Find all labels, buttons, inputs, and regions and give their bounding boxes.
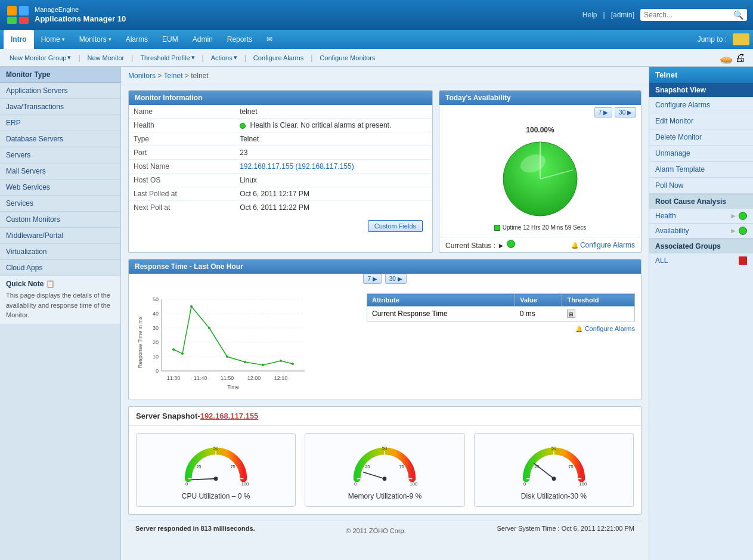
sidebar-item-servers[interactable]: Servers xyxy=(0,147,120,163)
nav-email[interactable]: ✉ xyxy=(259,30,280,49)
print-icon[interactable]: 🖨 xyxy=(735,52,747,64)
app-logo-top: ManageEngine xyxy=(35,5,126,14)
admin-menu[interactable]: [admin] xyxy=(611,11,634,19)
current-status-green-dot[interactable] xyxy=(507,240,515,248)
snapshot-server-link[interactable]: 192.168.117.155 xyxy=(200,412,259,420)
svg-text:25: 25 xyxy=(365,464,370,469)
sidebar-item-custom-monitors[interactable]: Custom Monitors xyxy=(0,212,120,228)
svg-point-34 xyxy=(262,364,264,366)
sidebar-item-middleware-portal[interactable]: Middleware/Portal xyxy=(0,228,120,244)
svg-point-28 xyxy=(172,348,175,351)
rca-health-arrow: ► xyxy=(730,212,737,220)
svg-text:20: 20 xyxy=(153,339,159,345)
svg-point-66 xyxy=(551,477,556,481)
configure-monitors-btn[interactable]: Configure Monitors xyxy=(316,53,379,63)
info-value-nextpoll: Oct 6, 2011 12:22 PM xyxy=(235,201,432,215)
threshold-profile-btn[interactable]: Threshold Profile ▾ xyxy=(137,52,198,63)
svg-text:12:00: 12:00 xyxy=(247,375,261,381)
new-monitor-group-btn[interactable]: New Monitor Group ▾ xyxy=(6,52,75,63)
svg-line-55 xyxy=(364,472,385,479)
right-panel-snapshot-view[interactable]: Snapshot View xyxy=(649,83,753,97)
content-inner: Monitor Information Name telnet Health H… xyxy=(121,85,649,545)
nav-monitors[interactable]: Monitors ▾ xyxy=(72,30,119,49)
avail-btn-30[interactable]: 30 ▶ xyxy=(615,107,636,117)
search-input[interactable] xyxy=(644,11,733,19)
info-value-hostos: Linux xyxy=(235,174,432,187)
configure-alarms-avail-link[interactable]: Configure Alarms xyxy=(580,241,635,249)
rca-availability-arrow: ► xyxy=(730,227,737,235)
sidebar-item-web-services[interactable]: Web Services xyxy=(0,180,120,196)
right-panel-alarm-template[interactable]: Alarm Template xyxy=(649,162,753,178)
app-logo-product: Applications Manager 10 xyxy=(35,14,126,24)
info-label-port: Port xyxy=(129,146,235,160)
info-value-name: telnet xyxy=(235,105,432,119)
configure-alarms-response: 🔔 Configure Alarms xyxy=(367,325,635,332)
nav-eum[interactable]: EUM xyxy=(155,30,185,49)
footer-system-time: Server System Time : Oct 6, 2011 12:21:0… xyxy=(497,525,634,537)
sidebar-item-database-servers[interactable]: Database Servers xyxy=(0,131,120,147)
pie-chart-icon[interactable]: 🥧 xyxy=(720,52,732,64)
disk-gauge-label: Disk Utilization-30 % xyxy=(521,492,587,500)
configure-alarms-response-link[interactable]: Configure Alarms xyxy=(585,325,635,332)
svg-text:10: 10 xyxy=(153,354,159,360)
breadcrumb-monitors[interactable]: Monitors xyxy=(128,72,156,80)
svg-text:75: 75 xyxy=(399,464,404,469)
search-box[interactable]: 🔍 xyxy=(640,9,747,21)
custom-fields-btn[interactable]: Custom Fields xyxy=(368,220,423,232)
rca-availability-dot xyxy=(739,227,747,235)
alarm-icon-small: 🔔 xyxy=(571,242,578,249)
nav-alarms[interactable]: Alarms xyxy=(119,30,155,49)
breadcrumb-telnet[interactable]: Telnet xyxy=(163,72,182,80)
threshold-config-icon[interactable]: ⊞ xyxy=(567,310,575,318)
snapshot-title: Server Snapshot-192.168.117.155 xyxy=(129,407,641,426)
hostname-link[interactable]: 192.168.117.155 (192.168.117.155) xyxy=(240,162,354,171)
svg-text:Response Time in ms: Response Time in ms xyxy=(137,316,143,368)
info-value-type: Telnet xyxy=(235,132,432,146)
right-panel-poll-now[interactable]: Poll Now xyxy=(649,178,753,194)
new-monitor-btn[interactable]: New Monitor xyxy=(84,53,128,63)
nav-admin[interactable]: Admin xyxy=(185,30,220,49)
configure-alarms-toolbar-btn[interactable]: Configure Alarms xyxy=(250,53,307,63)
avail-btn-7[interactable]: 7 ▶ xyxy=(594,107,612,117)
right-panel-configure-alarms[interactable]: Configure Alarms xyxy=(649,97,753,113)
info-row-lastpolled: Last Polled at Oct 6, 2011 12:17 PM xyxy=(129,187,432,201)
attr-cell-threshold[interactable]: ⊞ xyxy=(562,307,635,321)
memory-gauge-label: Memory Utilization-9 % xyxy=(348,492,422,500)
right-panel-unmanage[interactable]: Unmanage xyxy=(649,146,753,162)
jump-icon[interactable] xyxy=(733,33,749,45)
svg-text:75: 75 xyxy=(568,464,573,469)
info-value-hostname: 192.168.117.155 (192.168.117.155) xyxy=(235,160,432,174)
svg-text:0: 0 xyxy=(355,481,357,487)
sidebar: Monitor Type Application Servers Java/Tr… xyxy=(0,67,121,560)
right-panel-edit-monitor[interactable]: Edit Monitor xyxy=(649,113,753,129)
search-icon[interactable]: 🔍 xyxy=(733,10,743,20)
response-btn-7[interactable]: 7 ▶ xyxy=(363,274,381,284)
content-footer: Server responded in 813 milliseconds. © … xyxy=(128,521,642,540)
assoc-all-label[interactable]: ALL xyxy=(655,256,668,265)
svg-line-65 xyxy=(534,463,554,479)
info-value-port: 23 xyxy=(235,146,432,160)
info-label-health: Health xyxy=(129,119,235,132)
response-btn-30[interactable]: 30 ▶ xyxy=(385,274,407,284)
sidebar-item-cloud-apps[interactable]: Cloud Apps xyxy=(0,260,120,276)
actions-btn[interactable]: Actions ▾ xyxy=(207,52,241,63)
assoc-groups: ALL xyxy=(649,253,753,268)
response-time-panel: Response Time - Last One Hour 7 ▶ 30 ▶ R… xyxy=(128,259,642,400)
sidebar-item-services[interactable]: Services xyxy=(0,196,120,212)
rca-availability-label[interactable]: Availability xyxy=(655,227,689,235)
help-link[interactable]: Help xyxy=(582,11,597,19)
sidebar-item-mail-servers[interactable]: Mail Servers xyxy=(0,163,120,180)
monitor-info-title: Monitor Information xyxy=(129,91,432,105)
nav-intro[interactable]: Intro xyxy=(4,30,34,49)
svg-point-31 xyxy=(208,327,210,329)
nav-home[interactable]: Home ▾ xyxy=(34,30,72,49)
sidebar-item-java-transactions[interactable]: Java/Transactions xyxy=(0,99,120,115)
svg-rect-3 xyxy=(19,17,29,24)
rca-health-label[interactable]: Health xyxy=(655,212,676,220)
sidebar-item-virtualization[interactable]: Virtualization xyxy=(0,244,120,260)
nav-reports[interactable]: Reports xyxy=(220,30,259,49)
sidebar-item-application-servers[interactable]: Application Servers xyxy=(0,83,120,99)
info-row-type: Type Telnet xyxy=(129,132,432,146)
right-panel-delete-monitor[interactable]: Delete Monitor xyxy=(649,129,753,146)
sidebar-item-erp[interactable]: ERP xyxy=(0,115,120,131)
